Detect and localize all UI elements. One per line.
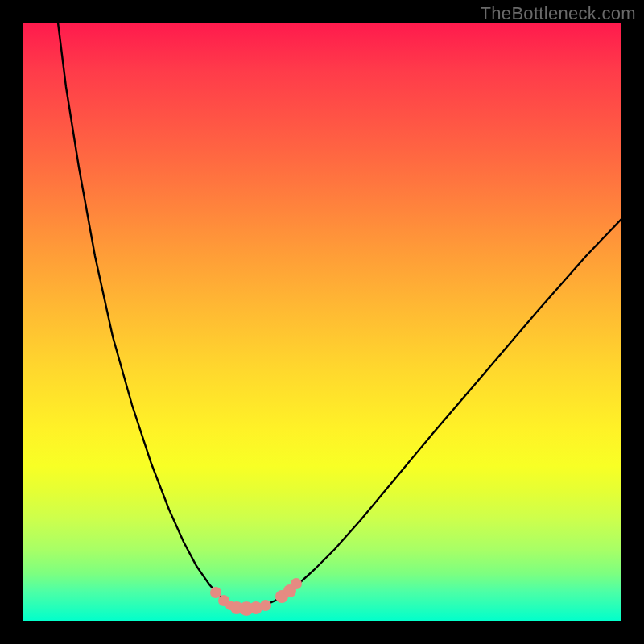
chart-frame: TheBottleneck.com (0, 0, 644, 644)
curve-layer (23, 23, 621, 621)
curve-marker (291, 578, 302, 589)
curve-marker (210, 587, 221, 598)
left-curve (58, 23, 250, 608)
marker-group (210, 578, 302, 616)
right-curve (250, 219, 621, 608)
watermark-text: TheBottleneck.com (481, 3, 636, 24)
plot-area (23, 23, 621, 621)
curve-marker (260, 600, 271, 611)
